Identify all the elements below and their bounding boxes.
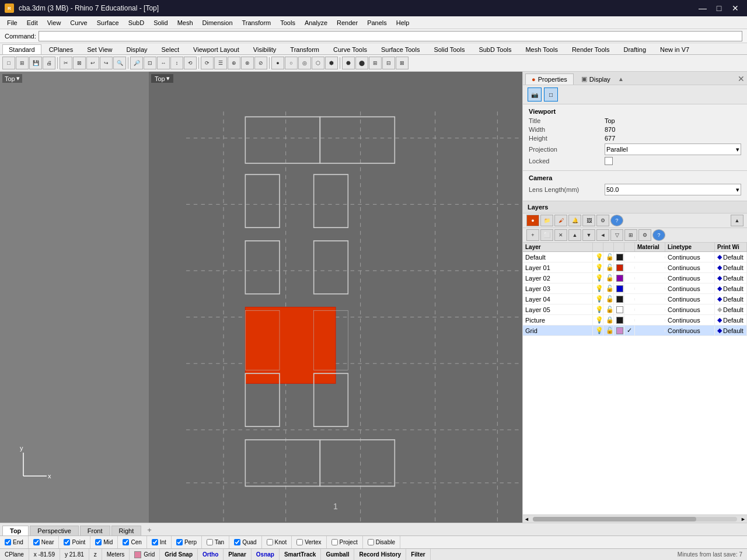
menu-item-solid[interactable]: Solid bbox=[149, 18, 172, 27]
toolbar-tab-visibility[interactable]: Visibility bbox=[247, 44, 283, 54]
menu-item-dimension[interactable]: Dimension bbox=[198, 18, 238, 27]
osnap-checkbox-project[interactable] bbox=[331, 539, 338, 545]
toolbar-button-23[interactable]: ⬢ bbox=[325, 57, 338, 69]
toolbar-tab-display[interactable]: Display bbox=[120, 44, 153, 54]
layer-paint-button[interactable]: 🖌 bbox=[554, 215, 567, 226]
layer-row[interactable]: Grid💡🔓✓Continuous◆ Default bbox=[523, 326, 747, 336]
projection-dropdown[interactable]: Parallel ▾ bbox=[605, 144, 741, 155]
layer-visibility-toggle[interactable]: 💡 bbox=[593, 304, 603, 314]
layer-filter-button[interactable]: ▽ bbox=[610, 229, 623, 241]
osnap-checkbox-quad[interactable] bbox=[234, 539, 240, 545]
toolbar-button-3[interactable]: 🖨 bbox=[43, 57, 55, 69]
layer-visibility-toggle[interactable]: 💡 bbox=[593, 315, 603, 325]
toolbar-button-12[interactable]: ↕ bbox=[170, 57, 183, 69]
toolbar-button-8[interactable]: 🔍 bbox=[113, 57, 126, 69]
toolbar-button-10[interactable]: ⊡ bbox=[144, 57, 156, 69]
toolbar-button-18[interactable]: ⊘ bbox=[254, 57, 267, 69]
layer-color-swatch[interactable] bbox=[616, 327, 623, 334]
center-viewport[interactable]: Top ▾ bbox=[149, 72, 522, 523]
layer-color-swatch[interactable] bbox=[616, 306, 623, 313]
osnap-checkbox-int[interactable] bbox=[152, 539, 158, 545]
layer-color-swatch[interactable] bbox=[616, 264, 623, 271]
layer-color-swatch[interactable] bbox=[616, 275, 623, 282]
toolbar-button-9[interactable]: 🔎 bbox=[130, 57, 143, 69]
osnap-checkbox-perp[interactable] bbox=[176, 539, 183, 545]
layer-bell-button[interactable]: 🔔 bbox=[568, 215, 581, 226]
layer-lock-toggle[interactable]: 🔓 bbox=[603, 284, 614, 293]
top-viewport-label[interactable]: Top ▾ bbox=[151, 74, 173, 83]
toolbar-tab-mesh-tools[interactable]: Mesh Tools bbox=[519, 44, 564, 54]
menu-item-file[interactable]: File bbox=[2, 18, 22, 27]
scroll-right-button[interactable]: ► bbox=[739, 516, 747, 522]
toolbar-tab-subd-tools[interactable]: SubD Tools bbox=[472, 44, 518, 54]
layer-color-swatch[interactable] bbox=[616, 296, 623, 303]
viewport-tab-right[interactable]: Right bbox=[111, 526, 142, 536]
layer-add-sub-button[interactable]: ⬜ bbox=[540, 229, 553, 241]
toolbar-tab-surface-tools[interactable]: Surface Tools bbox=[375, 44, 426, 54]
rect-mode-button[interactable]: □ bbox=[544, 88, 558, 102]
scrollbar-thumb[interactable] bbox=[533, 517, 696, 522]
osnap-checkbox-disable[interactable] bbox=[368, 539, 374, 545]
osnap-checkbox-point[interactable] bbox=[64, 539, 70, 545]
minimize-button[interactable]: — bbox=[696, 1, 710, 15]
viewport-tab-front[interactable]: Front bbox=[80, 526, 110, 536]
toolbar-button-5[interactable]: ⊠ bbox=[73, 57, 86, 69]
osnap-checkbox-tan[interactable] bbox=[207, 539, 213, 545]
toolbar-tab-transform[interactable]: Transform bbox=[284, 44, 326, 54]
osnap-item-int[interactable]: Int bbox=[147, 536, 172, 548]
layer-visibility-toggle[interactable]: 💡 bbox=[593, 273, 603, 283]
layer-visibility-toggle[interactable]: 💡 bbox=[593, 262, 603, 272]
menu-item-help[interactable]: Help bbox=[392, 18, 414, 27]
toolbar-tab-curve-tools[interactable]: Curve Tools bbox=[327, 44, 374, 54]
layer-help-button[interactable]: ? bbox=[610, 215, 623, 226]
toolbar-tab-cplanes[interactable]: CPlanes bbox=[43, 44, 80, 54]
osnap-item-tan[interactable]: Tan bbox=[202, 536, 229, 548]
toolbar-button-16[interactable]: ⊕ bbox=[228, 57, 240, 69]
toolbar-button-26[interactable]: ⊞ bbox=[369, 57, 382, 69]
toolbar-button-15[interactable]: ☰ bbox=[214, 57, 227, 69]
toolbar-button-0[interactable]: □ bbox=[2, 57, 15, 69]
osnap-checkbox-near[interactable] bbox=[33, 539, 40, 545]
toolbar-tab-new-in-v7[interactable]: New in V7 bbox=[654, 44, 696, 54]
toolbar-button-17[interactable]: ⊗ bbox=[241, 57, 254, 69]
osnap-item-end[interactable]: End bbox=[0, 536, 29, 548]
layer-lock-toggle[interactable]: 🔓 bbox=[603, 326, 614, 335]
toolbar-button-11[interactable]: ↔ bbox=[157, 57, 170, 69]
add-viewport-tab-button[interactable]: + bbox=[142, 524, 156, 536]
osnap-item-quad[interactable]: Quad bbox=[229, 536, 261, 548]
gumball-button[interactable]: Gumball bbox=[321, 549, 354, 560]
toolbar-button-27[interactable]: ⊟ bbox=[382, 57, 395, 69]
toolbar-tab-standard[interactable]: Standard bbox=[2, 44, 41, 54]
toolbar-tab-viewport-layout[interactable]: Viewport Layout bbox=[187, 44, 246, 54]
layer-visibility-toggle[interactable]: 💡 bbox=[593, 284, 603, 293]
layers-expand-button[interactable]: ▲ bbox=[731, 215, 743, 226]
toolbar-button-13[interactable]: ⟲ bbox=[184, 57, 197, 69]
tab-properties[interactable]: ● Properties bbox=[525, 74, 574, 85]
toolbar-button-2[interactable]: 💾 bbox=[29, 57, 42, 69]
osnap-item-knot[interactable]: Knot bbox=[262, 536, 292, 548]
toolbar-button-1[interactable]: ⊞ bbox=[16, 57, 29, 69]
layer-copy-button[interactable]: ⊞ bbox=[624, 229, 637, 241]
toolbar-button-19[interactable]: ● bbox=[271, 57, 284, 69]
command-input[interactable] bbox=[39, 31, 742, 41]
menu-item-curve[interactable]: Curve bbox=[65, 18, 92, 27]
layer-left-button[interactable]: ◄ bbox=[596, 229, 609, 241]
layer-row[interactable]: Layer 05💡🔓Continuous◆ Default bbox=[523, 304, 747, 315]
layer-row[interactable]: Layer 01💡🔓Continuous◆ Default bbox=[523, 262, 747, 273]
locked-checkbox[interactable] bbox=[605, 157, 613, 165]
maximize-button[interactable]: □ bbox=[712, 1, 726, 15]
filter-button[interactable]: Filter bbox=[406, 549, 430, 560]
toolbar-tab-render-tools[interactable]: Render Tools bbox=[566, 44, 616, 54]
layer-help2-button[interactable]: ? bbox=[652, 229, 665, 241]
layer-color-swatch[interactable] bbox=[616, 317, 623, 324]
osnap-button[interactable]: Osnap bbox=[252, 549, 280, 560]
panel-close-button[interactable]: ✕ bbox=[738, 74, 745, 83]
layer-color-swatch[interactable] bbox=[616, 285, 623, 292]
layer-row[interactable]: Layer 02💡🔓Continuous◆ Default bbox=[523, 273, 747, 284]
panel-horizontal-scrollbar[interactable]: ◄ ► bbox=[523, 514, 747, 523]
layer-lock-toggle[interactable]: 🔓 bbox=[603, 294, 614, 304]
osnap-checkbox-end[interactable] bbox=[5, 539, 11, 545]
layer-lock-toggle[interactable]: 🔓 bbox=[603, 304, 614, 314]
lens-dropdown[interactable]: 50.0 ▾ bbox=[605, 184, 741, 195]
toolbar-button-6[interactable]: ↩ bbox=[86, 57, 99, 69]
